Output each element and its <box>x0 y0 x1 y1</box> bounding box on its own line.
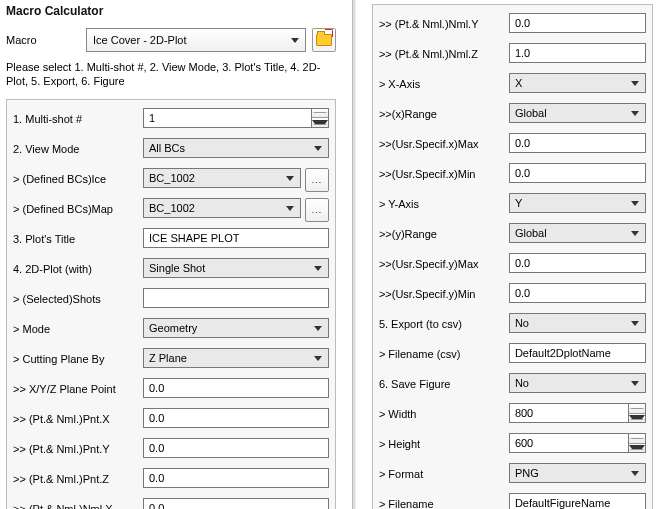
plot2d-select[interactable]: Single Shot <box>143 258 329 278</box>
selshots-label: > (Selected)Shots <box>13 293 143 305</box>
pntx-label: >> (Pt.& Nml.)Pnt.X <box>13 413 143 425</box>
pnty-input[interactable]: 0.0 <box>143 438 329 458</box>
defbcsmap-label: > (Defined BCs)Map <box>13 203 143 215</box>
usrymax-label: >>(Usr.Specif.y)Max <box>379 258 509 270</box>
yaxis-label: > Y-Axis <box>379 198 509 210</box>
macro-select-value: Ice Cover - 2D-Plot <box>93 34 187 46</box>
nmly-label: >> (Pt.& Nml.)Nml.Y <box>379 18 509 30</box>
column-separator <box>352 0 356 509</box>
parameters-panel-left: 1. Multi-shot # 1 2. View Mode All BCs >… <box>6 99 336 509</box>
fname-label: > Filename <box>379 498 509 509</box>
defbcsice-select[interactable]: BC_1002 <box>143 168 301 188</box>
mode-select[interactable]: Geometry <box>143 318 329 338</box>
nmlx-label: >> (Pt.& Nml.)Nml.X <box>13 503 143 509</box>
nmlx-input[interactable]: 0.0 <box>143 498 329 509</box>
width-spinner[interactable]: 800 <box>509 403 646 423</box>
yaxis-select[interactable]: Y <box>509 193 646 213</box>
defbcsice-browse-button[interactable]: ... <box>305 168 329 192</box>
xyzpt-label: >> X/Y/Z Plane Point <box>13 383 143 395</box>
spin-up[interactable] <box>312 109 328 119</box>
format-select[interactable]: PNG <box>509 463 646 483</box>
folder-icon <box>316 34 332 46</box>
fname-input[interactable]: DefaultFigureName <box>509 493 646 509</box>
usrymin-label: >>(Usr.Specif.y)Min <box>379 288 509 300</box>
yrange-select[interactable]: Global <box>509 223 646 243</box>
plot2d-label: 4. 2D-Plot (with) <box>13 263 143 275</box>
spin-up[interactable] <box>629 434 645 444</box>
macro-row: Macro Ice Cover - 2D-Plot <box>6 28 336 52</box>
viewmode-select[interactable]: All BCs <box>143 138 329 158</box>
description: Please select 1. Multi-shot #, 2. View M… <box>6 60 336 89</box>
spin-up[interactable] <box>629 404 645 414</box>
savefig-label: 6. Save Figure <box>379 378 509 390</box>
defbcsmap-browse-button[interactable]: ... <box>305 198 329 222</box>
height-label: > Height <box>379 438 509 450</box>
xrange-select[interactable]: Global <box>509 103 646 123</box>
plottitle-input[interactable]: ICE SHAPE PLOT <box>143 228 329 248</box>
mode-label: > Mode <box>13 323 143 335</box>
right-column: >> (Pt.& Nml.)Nml.Y 0.0 >> (Pt.& Nml.)Nm… <box>366 0 659 509</box>
macro-label: Macro <box>6 34 86 46</box>
multishot-label: 1. Multi-shot # <box>13 113 143 125</box>
usrymax-input[interactable]: 0.0 <box>509 253 646 273</box>
usrxmax-label: >>(Usr.Specif.x)Max <box>379 138 509 150</box>
open-folder-button[interactable] <box>312 28 336 52</box>
spin-down[interactable] <box>312 118 328 127</box>
width-label: > Width <box>379 408 509 420</box>
fnamecsv-input[interactable]: Default2DplotName <box>509 343 646 363</box>
parameters-panel-right: >> (Pt.& Nml.)Nml.Y 0.0 >> (Pt.& Nml.)Nm… <box>372 4 653 509</box>
macro-calculator: Macro Calculator Macro Ice Cover - 2D-Pl… <box>0 0 659 509</box>
pntx-input[interactable]: 0.0 <box>143 408 329 428</box>
spin-down[interactable] <box>629 414 645 423</box>
nmlz-label: >> (Pt.& Nml.)Nml.Z <box>379 48 509 60</box>
xyzpt-input[interactable]: 0.0 <box>143 378 329 398</box>
multishot-spinner[interactable]: 1 <box>143 108 329 128</box>
spin-down[interactable] <box>629 444 645 453</box>
xaxis-label: > X-Axis <box>379 78 509 90</box>
savefig-select[interactable]: No <box>509 373 646 393</box>
nmlz-input[interactable]: 1.0 <box>509 43 646 63</box>
xaxis-select[interactable]: X <box>509 73 646 93</box>
pnty-label: >> (Pt.& Nml.)Pnt.Y <box>13 443 143 455</box>
nmly-input[interactable]: 0.0 <box>509 13 646 33</box>
defbcsmap-select[interactable]: BC_1002 <box>143 198 301 218</box>
macro-select[interactable]: Ice Cover - 2D-Plot <box>86 28 306 52</box>
usrxmax-input[interactable]: 0.0 <box>509 133 646 153</box>
exportcsv-label: 5. Export (to csv) <box>379 318 509 330</box>
fnamecsv-label: > Filename (csv) <box>379 348 509 360</box>
selshots-input[interactable] <box>143 288 329 308</box>
usrxmin-input[interactable]: 0.0 <box>509 163 646 183</box>
pntz-input[interactable]: 0.0 <box>143 468 329 488</box>
yrange-label: >>(y)Range <box>379 228 509 240</box>
left-column: Macro Calculator Macro Ice Cover - 2D-Pl… <box>0 0 342 509</box>
format-label: > Format <box>379 468 509 480</box>
page-title: Macro Calculator <box>6 4 336 18</box>
exportcsv-select[interactable]: No <box>509 313 646 333</box>
usrymin-input[interactable]: 0.0 <box>509 283 646 303</box>
cutplane-select[interactable]: Z Plane <box>143 348 329 368</box>
height-spinner[interactable]: 600 <box>509 433 646 453</box>
defbcsice-label: > (Defined BCs)Ice <box>13 173 143 185</box>
xrange-label: >>(x)Range <box>379 108 509 120</box>
usrxmin-label: >>(Usr.Specif.x)Min <box>379 168 509 180</box>
plottitle-label: 3. Plot's Title <box>13 233 143 245</box>
viewmode-label: 2. View Mode <box>13 143 143 155</box>
cutplane-label: > Cutting Plane By <box>13 353 143 365</box>
pntz-label: >> (Pt.& Nml.)Pnt.Z <box>13 473 143 485</box>
